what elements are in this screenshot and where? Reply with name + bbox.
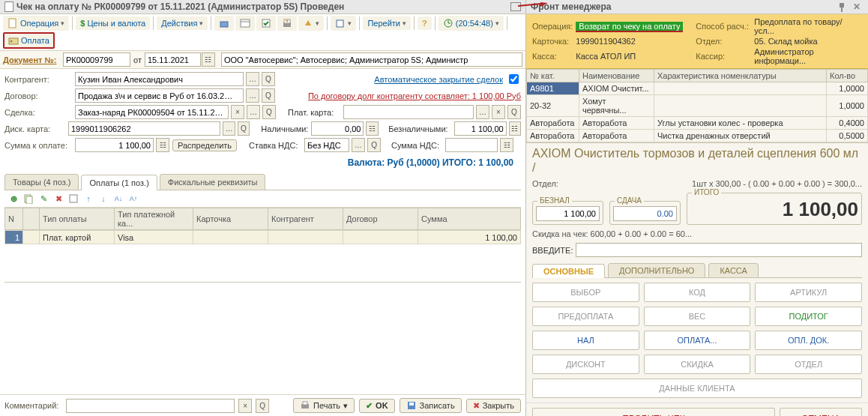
save-button[interactable]: Записать (400, 398, 462, 413)
col-flag[interactable] (23, 208, 40, 230)
tab-fiscal[interactable]: Фискальные реквизиты (160, 174, 266, 190)
sdelka-select[interactable]: … (247, 105, 260, 119)
sort-asc-icon[interactable]: A↓ (112, 193, 124, 205)
add-row-icon[interactable]: ⊕ (7, 193, 19, 205)
nal-input[interactable] (311, 121, 364, 136)
platkarta-clear[interactable]: × (492, 105, 505, 119)
col-contr[interactable]: Контрагент (268, 208, 343, 230)
move-down-icon[interactable]: ↓ (97, 193, 109, 205)
tool-icon-2[interactable] (235, 16, 255, 31)
date-picker-button[interactable]: ☷ (202, 52, 215, 67)
goto-menu[interactable]: Перейти▾ (363, 16, 411, 30)
nds-input[interactable] (304, 138, 349, 152)
contragent-input[interactable] (75, 72, 244, 86)
platkarta-lookup[interactable]: Q (507, 105, 521, 119)
enter-input[interactable] (576, 243, 862, 257)
btn-kod[interactable]: КОД (644, 283, 751, 302)
beznal-input[interactable] (536, 206, 600, 221)
btn-poditog[interactable]: ПОДИТОГ (755, 307, 862, 326)
comment-input[interactable] (66, 399, 235, 413)
docdate-input[interactable] (145, 52, 201, 67)
sdelka-lookup[interactable]: Q (262, 105, 276, 119)
rgrid-row[interactable]: A9801AXIOM Очистит...1,0000 (527, 82, 868, 95)
maximize-icon[interactable] (510, 2, 521, 11)
rgrid-row[interactable]: 20-32Хомут червячны...1,0000 (527, 95, 868, 117)
btn-pred[interactable]: ПРЕДОПЛАТА (532, 307, 639, 326)
raspredelit-button[interactable]: Распределить (172, 139, 237, 151)
prices-button[interactable]: $Цены и валюта (76, 16, 150, 30)
col-tip[interactable]: Тип оплаты (40, 208, 115, 230)
actions-menu[interactable]: Действия▾ (157, 16, 208, 30)
contragent-lookup[interactable]: Q (262, 72, 275, 86)
contragent-select[interactable]: … (246, 72, 259, 86)
pay-button[interactable]: Оплата (3, 32, 55, 49)
dogovor-select[interactable]: … (246, 88, 259, 103)
btn-otmena[interactable]: ОТМЕНА (780, 408, 862, 416)
platkarta-input[interactable] (343, 105, 474, 119)
col-n[interactable]: N (5, 208, 23, 230)
tool-icon-6[interactable]: ▾ (331, 16, 356, 31)
rtab-kassa[interactable]: КАССА (708, 263, 759, 277)
btn-ves[interactable]: ВЕС (644, 307, 751, 326)
dogovor-input[interactable] (75, 88, 244, 103)
refresh-icon[interactable] (67, 193, 79, 205)
btn-vybor[interactable]: ВЫБОР (532, 283, 639, 302)
grid-row-1[interactable]: 1 Плат. картой Visa 1 100,00 (5, 231, 521, 244)
btn-diskont[interactable]: ДИСКОНТ (532, 355, 639, 374)
col-dog[interactable]: Договор (343, 208, 418, 230)
tool-icon-4[interactable] (277, 16, 297, 31)
summa-input[interactable] (75, 138, 154, 152)
edit-row-icon[interactable]: ✎ (37, 193, 49, 205)
diskkarta-lookup[interactable]: Q (238, 121, 250, 136)
diskkarta-select[interactable]: … (223, 121, 235, 136)
comment-lookup[interactable]: Q (256, 399, 269, 413)
dogovor-lookup[interactable]: Q (262, 88, 275, 103)
btn-client[interactable]: ДАННЫЕ КЛИЕНТА (532, 379, 862, 398)
operation-menu[interactable]: Операция▾ (3, 16, 69, 31)
btn-otdel[interactable]: ОТДЕЛ (755, 355, 862, 374)
close-button[interactable]: ✖Закрыть (466, 399, 521, 413)
tool-icon-3[interactable] (256, 16, 276, 31)
summands-calc[interactable]: ☷ (500, 138, 513, 152)
move-up-icon[interactable]: ↑ (82, 193, 94, 205)
btn-oplata[interactable]: ОПЛАТА... (644, 331, 751, 350)
right-close-icon[interactable]: ✕ (850, 1, 864, 12)
btn-opldok[interactable]: ОПЛ. ДОК. (755, 331, 862, 350)
sdelka-clear[interactable]: × (231, 105, 244, 119)
rg-h1[interactable]: № кат. (527, 70, 579, 82)
autoclose-link[interactable]: Автоматическое закрытие сделок (374, 75, 503, 84)
rg-h3[interactable]: Характеристика номенклатуры (654, 70, 827, 82)
summa-calc[interactable]: ☷ (156, 138, 169, 152)
btn-artikul[interactable]: АРТИКУЛ (755, 283, 862, 302)
beznal-input[interactable] (454, 121, 507, 136)
rg-h4[interactable]: Кол-во (827, 70, 868, 82)
nal-calc[interactable]: ☷ (366, 121, 378, 136)
autoclose-checkbox[interactable] (509, 74, 519, 84)
nds-lookup[interactable]: Q (367, 138, 381, 152)
sdacha-input[interactable] (613, 206, 677, 221)
tab-goods[interactable]: Товары (4 поз.) (4, 174, 79, 190)
rg-h2[interactable]: Наименование (579, 70, 654, 82)
nds-select[interactable]: … (352, 138, 365, 152)
rtab-extra[interactable]: ДОПОЛНИТЕЛЬНО (608, 263, 705, 277)
time-display[interactable]: (20:54:48)▾ (438, 16, 504, 31)
tab-payments[interactable]: Оплаты (1 поз.) (81, 175, 157, 190)
btn-probity[interactable]: ПРОБИТЬ ЧЕК (532, 408, 775, 416)
tool-icon-5[interactable]: ▾ (298, 16, 324, 31)
ok-button[interactable]: ✔OK (359, 399, 395, 413)
org-input[interactable] (221, 52, 522, 67)
platkarta-select[interactable]: … (476, 105, 489, 119)
col-plat[interactable]: Тип платежной ка... (115, 208, 193, 230)
dolg-link[interactable]: По договору долг контрагенту составляет:… (308, 91, 521, 100)
tool-icon-1[interactable] (214, 16, 234, 31)
btn-nal[interactable]: НАЛ (532, 331, 639, 350)
pin-icon[interactable] (837, 1, 847, 12)
rgrid-row[interactable]: АвтоработаАвтоработаУглы установки колес… (527, 117, 868, 130)
sdelka-input[interactable] (75, 105, 229, 119)
btn-skidka[interactable]: СКИДКА (644, 355, 751, 374)
sort-desc-icon[interactable]: A↑ (127, 193, 139, 205)
comment-clear[interactable]: × (238, 399, 252, 413)
help-button[interactable]: ? (418, 16, 432, 30)
print-button[interactable]: Печать▾ (293, 398, 355, 413)
rgrid-row[interactable]: АвтоработаАвтоработаЧистка дренажных отв… (527, 130, 868, 142)
